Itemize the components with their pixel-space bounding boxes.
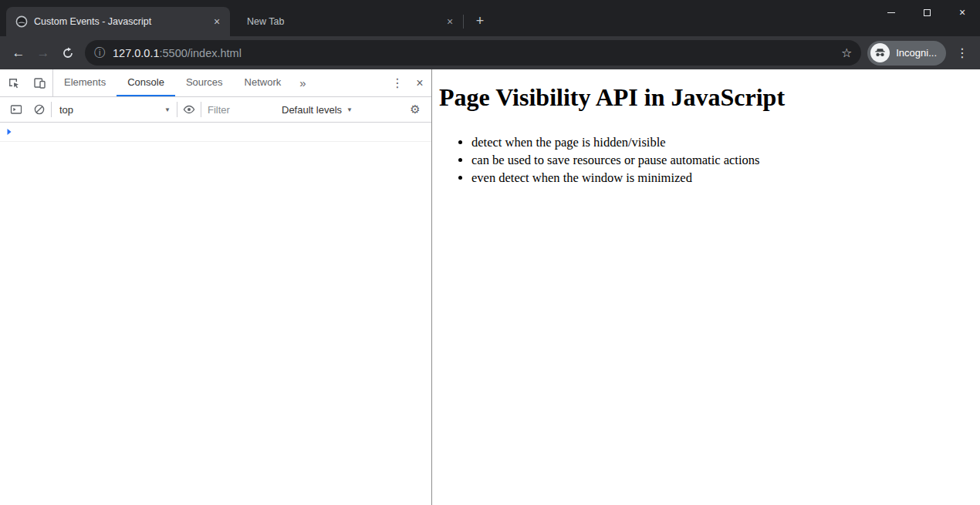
window-close-button[interactable]: × xyxy=(945,0,980,25)
log-levels-dropdown[interactable]: Default levels ▼ xyxy=(275,104,359,116)
tab-title: New Tab xyxy=(247,16,443,27)
devtools-panel: Elements Console Sources Network » ⋮ xyxy=(0,69,432,505)
gear-icon: ⚙ xyxy=(410,103,420,116)
console-prompt-chevron-icon xyxy=(6,128,12,136)
reload-button[interactable] xyxy=(56,41,80,66)
list-item: even detect when the window is minimized xyxy=(471,169,972,187)
feature-list: detect when the page is hidden/visible c… xyxy=(439,133,972,187)
chevrons-right-icon: » xyxy=(299,76,306,89)
devtools-tab-bar: Elements Console Sources Network » ⋮ xyxy=(0,69,431,97)
browser-toolbar: ← → ⓘ 127.0.0.1:5500/index.html ☆ xyxy=(0,36,980,69)
web-page: Page Visibility API in JavaScript detect… xyxy=(432,69,980,505)
forward-button[interactable]: → xyxy=(31,41,56,66)
back-button[interactable]: ← xyxy=(6,41,31,66)
devtools-close-button[interactable]: × xyxy=(408,76,431,90)
console-sidebar-toggle[interactable] xyxy=(5,99,28,120)
devtools-tab-network[interactable]: Network xyxy=(234,69,292,96)
url-text: 127.0.0.1:5500/index.html xyxy=(113,47,242,59)
kebab-menu-icon: ⋮ xyxy=(956,45,968,60)
window-maximize-button[interactable] xyxy=(909,0,945,25)
devtools-tab-label: Elements xyxy=(64,76,106,88)
devtools-menu-button[interactable]: ⋮ xyxy=(387,76,408,90)
console-settings-button[interactable]: ⚙ xyxy=(404,103,427,116)
reload-icon xyxy=(62,47,74,59)
content-area: Elements Console Sources Network » ⋮ xyxy=(0,69,980,505)
bookmark-star-icon[interactable]: ☆ xyxy=(841,45,852,60)
close-icon: × xyxy=(416,76,423,89)
clear-console-button[interactable] xyxy=(28,99,51,120)
devtools-tab-label: Network xyxy=(245,76,282,88)
eye-icon xyxy=(182,103,196,116)
devtools-tab-label: Sources xyxy=(186,76,223,88)
console-filter-input[interactable] xyxy=(208,104,269,116)
browser-menu-button[interactable]: ⋮ xyxy=(951,41,974,66)
console-sidebar-icon xyxy=(10,103,22,116)
devtools-tab-label: Console xyxy=(127,76,164,88)
new-tab-button[interactable]: + xyxy=(470,11,490,31)
incognito-label: Incogni... xyxy=(896,47,937,59)
toolbar-separator xyxy=(201,102,201,117)
back-icon: ← xyxy=(12,45,25,61)
more-tabs-button[interactable]: » xyxy=(292,69,313,96)
tab-strip: Custom Events - Javascript × New Tab × +… xyxy=(0,0,980,36)
devtools-tab-sources[interactable]: Sources xyxy=(175,69,234,96)
live-expression-button[interactable] xyxy=(177,99,201,120)
address-bar[interactable]: ⓘ 127.0.0.1:5500/index.html ☆ xyxy=(85,40,861,66)
chevron-down-icon: ▼ xyxy=(346,106,353,113)
list-item: detect when the page is hidden/visible xyxy=(471,133,972,151)
page-title: Page Visibility API in JavaScript xyxy=(439,83,972,112)
inspect-cursor-icon xyxy=(7,76,20,89)
kebab-menu-icon: ⋮ xyxy=(391,76,404,89)
window-controls: × xyxy=(874,0,980,25)
levels-label: Default levels xyxy=(282,104,342,116)
incognito-icon xyxy=(874,47,886,59)
console-messages-area[interactable] xyxy=(0,123,431,505)
js-context-selector[interactable]: top ▼ xyxy=(52,104,177,116)
console-prompt-row[interactable] xyxy=(0,123,431,142)
site-favicon-icon xyxy=(15,15,28,28)
url-path: :5500/index.html xyxy=(159,47,241,59)
page-info-icon[interactable]: ⓘ xyxy=(94,46,105,60)
device-toolbar-icon xyxy=(33,76,46,89)
tab-custom-events[interactable]: Custom Events - Javascript × xyxy=(6,7,230,36)
incognito-badge[interactable]: Incogni... xyxy=(867,41,946,66)
browser-window: Custom Events - Javascript × New Tab × +… xyxy=(0,0,980,505)
window-minimize-button[interactable] xyxy=(874,0,909,25)
devtools-tab-console[interactable]: Console xyxy=(117,69,175,96)
forward-icon: → xyxy=(37,45,50,61)
tab-close-icon[interactable]: × xyxy=(443,15,457,29)
minimize-icon xyxy=(887,12,895,13)
list-item: can be used to save resources or pause a… xyxy=(471,151,972,169)
console-toolbar: top ▼ Default levels ▼ ⚙ xyxy=(0,97,431,123)
device-toolbar-button[interactable] xyxy=(26,69,52,96)
close-icon: × xyxy=(959,7,965,18)
url-host: 127.0.0.1 xyxy=(113,47,159,59)
context-label: top xyxy=(59,104,73,116)
inspect-element-button[interactable] xyxy=(0,69,26,96)
maximize-icon xyxy=(924,9,931,16)
devtools-tabbar-right: ⋮ × xyxy=(387,69,431,96)
tab-title: Custom Events - Javascript xyxy=(34,16,210,27)
chevron-down-icon: ▼ xyxy=(164,106,171,113)
tab-separator xyxy=(463,15,464,29)
tab-close-icon[interactable]: × xyxy=(210,15,224,29)
incognito-avatar xyxy=(870,43,890,62)
devtools-tab-elements[interactable]: Elements xyxy=(53,69,117,96)
block-icon xyxy=(33,103,46,116)
tab-new-tab[interactable]: New Tab × xyxy=(235,7,463,36)
